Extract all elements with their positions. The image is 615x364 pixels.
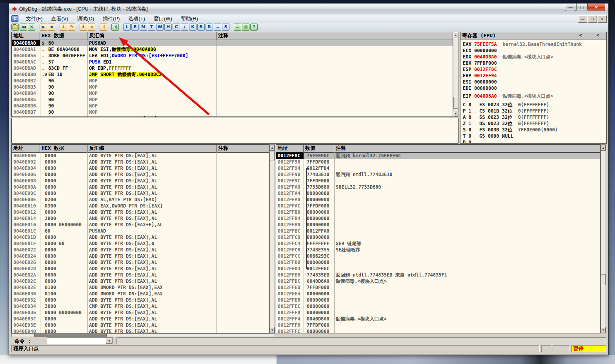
dump-row[interactable]: 0040E00C0000ADD BYTE PTR DS:[EAX],AL <box>12 190 269 197</box>
appearance-button[interactable]: ▦ <box>242 24 249 31</box>
column-header[interactable]: 地址 <box>12 145 40 152</box>
stack-row[interactable]: 0012FF9C7FFDF000 <box>276 178 600 184</box>
column-header[interactable]: HEX 数据 <box>40 145 87 152</box>
dump-row[interactable]: 0040E0240000ADD BYTE PTR DS:[EAX],AL <box>12 253 269 259</box>
register-row[interactable]: EIP 0040D8A0 骷髅病毒.<模块入口点> <box>463 93 606 99</box>
dump-row[interactable]: 0040E0040000ADD BYTE PTR DS:[EAX],AL <box>12 165 269 171</box>
disasm-row[interactable]: 0040D8AD.83CD FFOR EBP,FFFFFFFF <box>12 65 453 71</box>
pause-button[interactable]: ▮▮ <box>48 24 55 31</box>
cpu-system-menu-icon[interactable]: C <box>11 15 18 22</box>
threads-button[interactable]: T <box>148 24 155 31</box>
restart-button[interactable]: ◀◀ <box>20 24 27 31</box>
scroll-down-button[interactable]: ▼ <box>453 111 458 116</box>
flag-row[interactable]: D 0 <box>463 139 606 144</box>
menu-item-P[interactable]: 插件(P) <box>98 15 124 23</box>
disasm-row[interactable]: 0040D8B8>8A06MOV AL,BYTE PTR DS:[ESI] <box>12 115 453 117</box>
help-button[interactable]: ? <box>250 24 258 31</box>
scroll-up-button[interactable]: ▲ <box>601 145 606 151</box>
stack-row[interactable]: 0012FFEC00000000 <box>276 303 600 309</box>
dump-row[interactable]: 0040E0300100ADD DWORD PTR DS:[EAX],EAX <box>12 291 269 297</box>
dump-row[interactable]: 0040E0142000AND BYTE PTR DS:[EAX],AL <box>12 215 269 222</box>
dump-row[interactable]: 0040E03E0000ADD BYTE PTR DS:[EAX],AL <box>12 322 269 328</box>
stack-row[interactable]: 0012FFA800000000 <box>276 197 600 203</box>
dump-row[interactable]: 0040E0260000ADD BYTE PTR DS:[EAX],AL <box>12 259 269 266</box>
mdi-minimize-button[interactable]: — <box>578 15 587 23</box>
minimize-button[interactable]: — <box>565 4 576 11</box>
menu-item-W[interactable]: 窗口(W) <box>149 15 176 23</box>
dump-row[interactable]: 0040E01D0000ADD BYTE PTR DS:[EAX],AL <box>12 234 269 240</box>
dump-row[interactable]: 0040E0360080 00000000ADD BYTE PTR DS:[EA… <box>12 309 269 316</box>
mdi-restore-button[interactable]: ❐ <box>588 15 597 23</box>
column-header[interactable]: 反汇编 <box>87 145 217 152</box>
step-over-button[interactable]: ↷ <box>68 24 75 31</box>
stack-row[interactable]: 0012FFE07FFDF000 <box>276 284 600 291</box>
column-header[interactable]: 注释 <box>217 32 453 40</box>
execute-till-return-button[interactable]: →| <box>100 24 107 31</box>
dump-row[interactable]: 0040E0060000ADD BYTE PTR DS:[EAX],AL <box>12 171 269 178</box>
dump-row[interactable]: 0040E0000000ADD BYTE PTR DS:[EAX],AL <box>12 153 269 159</box>
mdi-close-button[interactable]: ✕ <box>598 15 607 23</box>
source-button[interactable]: S <box>222 24 229 31</box>
disasm-row[interactable]: 0040D8A0$60PUSHAD <box>12 40 453 46</box>
patches-button[interactable]: / <box>181 24 188 31</box>
stack-row[interactable]: 0012FFF87FFDF000 <box>276 322 600 328</box>
flag-row[interactable]: Z 1DS 0023 32位 0(FFFFFFFF) <box>463 120 606 127</box>
scroll-up-button[interactable]: ▲ <box>453 32 458 38</box>
restore-button[interactable]: ▢ <box>576 4 588 11</box>
disasm-row[interactable]: 0040D8B490NOP <box>12 90 453 96</box>
collapse-button[interactable]: < <box>579 33 582 38</box>
flag-row[interactable]: T 0GS 0000 NULL <box>463 133 606 139</box>
menu-item-D[interactable]: 调试(D) <box>73 15 98 23</box>
breakpoints-button[interactable]: B <box>197 24 205 31</box>
stack-row[interactable]: 0012FFB800000000 <box>276 222 600 228</box>
run-trace-button[interactable]: ... <box>214 24 221 31</box>
menu-item-T[interactable]: 选项(T) <box>124 15 149 23</box>
stack-row[interactable]: 0012FFD8774835EB返回到 ntdll.774835EB 来自 nt… <box>276 272 600 278</box>
dump-row[interactable]: 0040E00E0200ADD AL,BYTE PTR DS:[EAX] <box>12 197 269 203</box>
dump-row[interactable]: 0040E0343800CMP BYTE PTR DS:[EAX],AL <box>12 303 269 309</box>
stack-row[interactable]: 0012FFB400000000 <box>276 215 600 222</box>
dump-row[interactable]: 0040E01F8000 00ADD BYTE PTR DS:[EAX],0 <box>12 240 269 247</box>
stack-row[interactable]: 0012FFD40012FFEC <box>276 266 600 272</box>
dump-row[interactable]: 0040E01C60PUSHAD <box>12 228 269 234</box>
disassembly-scrollbar[interactable]: ▲ ▼ <box>453 32 459 117</box>
step-into-button[interactable]: ↓ <box>60 24 67 31</box>
stack-row[interactable]: 0012FF9877483618返回到 ntdll.77483618 <box>276 171 600 178</box>
stack-row[interactable]: 0012FFF40040D8A0骷髅病毒.<模块入口点> <box>276 316 600 322</box>
stack-scrollbar[interactable]: ▲ ▼ <box>600 144 606 333</box>
register-row[interactable]: EDX 0040D8A0 骷髅病毒.<模块入口点> <box>463 54 606 60</box>
stack-row[interactable]: 0012FFA07733D880SHELL32.7733D880 <box>276 184 600 190</box>
scroll-down-button[interactable]: ▼ <box>270 327 275 333</box>
register-row[interactable]: ECX 00000000 <box>463 47 606 54</box>
windows-button[interactable]: W <box>156 24 164 31</box>
disasm-row[interactable]: 0040D8A6.8DBE 0070FFFFLEA EDI,DWORD PTR … <box>12 53 453 59</box>
stack-row[interactable]: 0012FFA400000000 <box>276 190 600 197</box>
stack-row[interactable]: 0012FFF000000000 <box>276 309 600 316</box>
dump-row[interactable]: 0040E0400000ADD BYTE PTR DS:[EAX],AL <box>12 328 269 333</box>
menu-item-H[interactable]: 帮助(H) <box>176 15 202 23</box>
scroll-up-button[interactable]: ▲ <box>270 145 275 151</box>
disasm-row[interactable]: 0040D8A1.BE 00A04000MOV ESI,骷髅病毒.0040A00… <box>12 46 453 53</box>
stack-row[interactable]: 0012FFCC0066293C <box>276 253 600 259</box>
collapse-button[interactable]: < <box>597 33 599 38</box>
animate-over-button[interactable]: ↠ <box>88 24 95 31</box>
references-button[interactable]: R <box>206 24 213 31</box>
scroll-thumb[interactable] <box>601 274 606 285</box>
stack-row[interactable]: 0012FFAC7FFDF000 <box>276 203 600 209</box>
dump-row[interactable]: 0040E0320000ADD BYTE PTR DS:[EAX],AL <box>12 297 269 303</box>
scroll-down-button[interactable]: ▼ <box>601 327 606 333</box>
disasm-row[interactable]: 0040D8B790NOP <box>12 109 453 115</box>
stack-row[interactable]: 0012FF8C75FEEF6C返回到 kernel32.75FEEF6C <box>276 153 600 159</box>
register-row[interactable]: EDI 00000000 <box>463 85 606 91</box>
menu-item-F[interactable]: 文件(F) <box>22 15 47 23</box>
title-bar[interactable]: ✱ OllyDbg - 骷髅病毒.exe - [CPU - 主线程, 模块 - … <box>9 4 608 15</box>
flag-row[interactable]: A 0SS 0023 32位 0(FFFFFFFF) <box>463 114 606 120</box>
dump-row[interactable]: 0040E0220000ADD BYTE PTR DS:[EAX],AL <box>12 247 269 253</box>
run-button[interactable]: ▶ <box>40 24 47 31</box>
stack-row[interactable]: 0012FFC87743E355SE处理程序 <box>276 247 600 253</box>
flag-row[interactable]: S 0FS 003B 32位 7FFDE000(8000) <box>463 127 606 133</box>
dump-row[interactable]: 0040E0160080 0E000000ADD BYTE PTR DS:[EA… <box>12 222 269 228</box>
flag-row[interactable]: P 1CS 001B 32位 0(FFFFFFFF) <box>463 108 606 114</box>
flag-row[interactable]: C 0ES 0023 32位 0(FFFFFFFF) <box>463 102 606 108</box>
dump-row[interactable]: 0040E0120000ADD BYTE PTR DS:[EAX],AL <box>12 209 269 215</box>
